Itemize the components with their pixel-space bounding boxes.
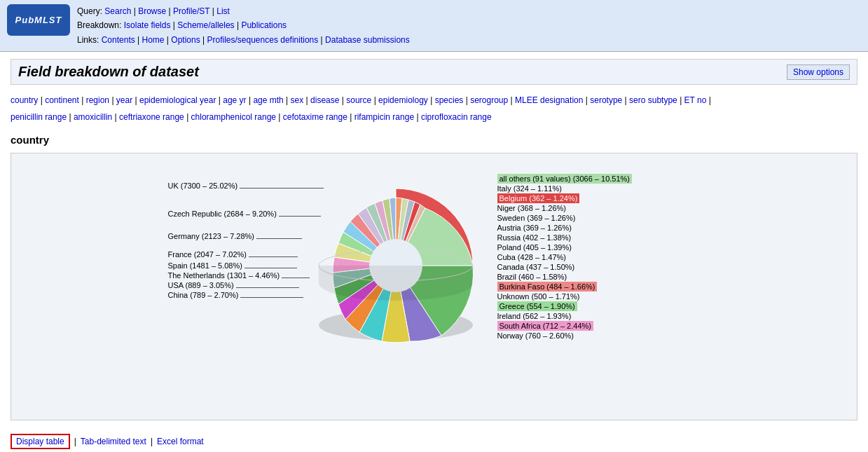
options-link[interactable]: Options bbox=[171, 35, 200, 45]
scheme-alleles-link[interactable]: Scheme/alleles bbox=[177, 20, 234, 30]
home-link[interactable]: Home bbox=[142, 35, 165, 45]
logo: PubMLST bbox=[7, 4, 70, 36]
label-china: China (789 – 2.70%) bbox=[168, 291, 324, 299]
links-row: Links: Contents | Home | Options | Profi… bbox=[77, 33, 410, 47]
label-spain: Spain (1481 – 5.08%) bbox=[168, 261, 324, 270]
field-source[interactable]: source bbox=[346, 95, 371, 105]
field-serogroup[interactable]: serogroup bbox=[470, 95, 508, 105]
label-italy: Italy (324 – 1.11%) bbox=[497, 184, 633, 193]
field-links: country | continent | region | year | ep… bbox=[11, 92, 857, 125]
field-species[interactable]: species bbox=[435, 95, 464, 105]
label-netherlands: The Netherlands (1301 – 4.46%) bbox=[168, 271, 324, 280]
label-niger: Niger (368 – 1.26%) bbox=[497, 204, 633, 212]
field-epidemiological-year[interactable]: epidemiological year bbox=[139, 95, 216, 105]
page-title-bar: Field breakdown of dataset Show options bbox=[11, 59, 857, 85]
field-et-no[interactable]: ET no bbox=[684, 95, 707, 105]
pie-chart-svg bbox=[305, 174, 487, 385]
show-options-button[interactable]: Show options bbox=[787, 64, 850, 80]
field-cefotaxime[interactable]: cefotaxime range bbox=[283, 112, 347, 122]
pipe1: | bbox=[74, 437, 76, 446]
label-unknown: Unknown (500 – 1.71%) bbox=[497, 292, 633, 301]
field-rifampicin[interactable]: rifampicin range bbox=[354, 112, 414, 122]
field-ciprofloxacin[interactable]: ciprofloxacin range bbox=[421, 112, 492, 122]
field-sex[interactable]: sex bbox=[291, 95, 304, 105]
profiles-sequences-link[interactable]: Profiles/sequences definitions bbox=[207, 35, 318, 45]
field-region[interactable]: region bbox=[86, 95, 109, 105]
chart-container: UK (7300 – 25.02%) Czech Republic (2684 … bbox=[11, 153, 857, 420]
isolate-fields-link[interactable]: Isolate fields bbox=[124, 20, 171, 30]
label-burkina-faso: Burkina Faso (484 – 1.66%) bbox=[497, 282, 633, 291]
tab-delimited-link[interactable]: Tab-delimited text bbox=[81, 437, 146, 446]
breakdown-row: Breakdown: Isolate fields | Scheme/allel… bbox=[77, 18, 410, 32]
page-title: Field breakdown of dataset bbox=[18, 64, 199, 80]
label-norway: Norway (760 – 2.60%) bbox=[497, 331, 633, 340]
profile-st-link[interactable]: Profile/ST bbox=[173, 6, 209, 16]
label-brazil: Brazil (460 – 1.58%) bbox=[497, 273, 633, 281]
breakdown-label: Breakdown: bbox=[77, 20, 124, 30]
footer-links: Display table | Tab-delimited text | Exc… bbox=[11, 431, 857, 452]
label-canada: Canada (437 – 1.50%) bbox=[497, 263, 633, 271]
field-year[interactable]: year bbox=[116, 95, 132, 105]
pie-wrapper: UK (7300 – 25.02%) Czech Republic (2684 … bbox=[168, 167, 701, 406]
section-title: country bbox=[11, 134, 857, 146]
list-link[interactable]: List bbox=[216, 6, 230, 16]
field-amoxicillin[interactable]: amoxicillin bbox=[74, 112, 112, 122]
label-poland: Poland (405 – 1.39%) bbox=[497, 243, 633, 252]
label-usa: USA (889 – 3.05%) bbox=[168, 281, 324, 289]
label-uk: UK (7300 – 25.02%) bbox=[168, 182, 324, 190]
field-penicillin[interactable]: penicillin range bbox=[11, 112, 67, 122]
query-label: Query: bbox=[77, 6, 104, 16]
display-table-button[interactable]: Display table bbox=[11, 434, 70, 449]
field-age-yr[interactable]: age yr bbox=[223, 95, 246, 105]
browse-link[interactable]: Browse bbox=[138, 6, 166, 16]
pipe2: | bbox=[151, 437, 153, 446]
label-greece: Greece (554 – 1.90%) bbox=[497, 302, 633, 310]
field-epidemiology[interactable]: epidemiology bbox=[378, 95, 428, 105]
label-ireland: Ireland (562 – 1.93%) bbox=[497, 312, 633, 320]
field-disease[interactable]: disease bbox=[310, 95, 339, 105]
field-ceftriaxone[interactable]: ceftriaxone range bbox=[119, 112, 184, 122]
contents-link[interactable]: Contents bbox=[102, 35, 135, 45]
publications-link[interactable]: Publications bbox=[241, 20, 287, 30]
label-france: France (2047 – 7.02%) bbox=[168, 250, 324, 259]
excel-link[interactable]: Excel format bbox=[157, 437, 204, 446]
database-submissions-link[interactable]: Database submissions bbox=[325, 35, 410, 45]
query-row: Query: Search | Browse | Profile/ST | Li… bbox=[77, 4, 410, 18]
field-sero-subtype[interactable]: sero subtype bbox=[629, 95, 677, 105]
right-labels: all others (91 values) (3066 – 10.51%) I… bbox=[497, 174, 633, 341]
label-belgium: Belgium (362 – 1.24%) bbox=[497, 194, 633, 203]
label-all-others: all others (91 values) (3066 – 10.51%) bbox=[497, 174, 633, 183]
field-age-mth[interactable]: age mth bbox=[253, 95, 283, 105]
label-cuba: Cuba (428 – 1.47%) bbox=[497, 253, 633, 261]
main-content: Field breakdown of dataset Show options … bbox=[0, 52, 868, 452]
label-czech: Czech Republic (2684 – 9.20%) bbox=[168, 210, 324, 218]
label-germany: Germany (2123 – 7.28%) bbox=[168, 232, 324, 240]
header-links: Query: Search | Browse | Profile/ST | Li… bbox=[77, 4, 410, 47]
field-serotype[interactable]: serotype bbox=[590, 95, 622, 105]
label-austria: Austria (369 – 1.26%) bbox=[497, 224, 633, 232]
field-country[interactable]: country bbox=[11, 95, 38, 105]
links-label: Links: bbox=[77, 35, 102, 45]
field-continent[interactable]: continent bbox=[45, 95, 79, 105]
field-mlee[interactable]: MLEE designation bbox=[515, 95, 583, 105]
left-labels: UK (7300 – 25.02%) Czech Republic (2684 … bbox=[168, 182, 324, 301]
field-chloramphenicol[interactable]: chloramphenicol range bbox=[191, 112, 276, 122]
label-russia: Russia (402 – 1.38%) bbox=[497, 233, 633, 242]
label-sweden: Sweden (369 – 1.26%) bbox=[497, 214, 633, 222]
search-link[interactable]: Search bbox=[104, 6, 131, 16]
header: PubMLST Query: Search | Browse | Profile… bbox=[0, 0, 868, 52]
label-south-africa: South Africa (712 – 2.44%) bbox=[497, 322, 633, 330]
logo-text: PubMLST bbox=[15, 15, 62, 25]
